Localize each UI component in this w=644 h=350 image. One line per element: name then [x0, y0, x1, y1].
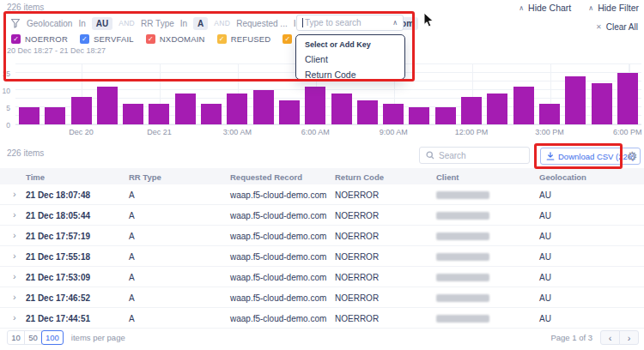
row-expand-chevron-icon[interactable]: › — [13, 251, 16, 261]
chart-bar — [253, 90, 274, 124]
x-tick-slot — [279, 128, 300, 136]
previous-page-button[interactable]: ‹ — [600, 330, 620, 345]
chevron-up-icon[interactable]: ∧ — [392, 19, 398, 27]
chart-bar — [201, 104, 222, 124]
text-caret — [302, 18, 303, 27]
cell-geolocation: AU — [539, 211, 551, 220]
cell-client-redacted — [436, 315, 489, 323]
table-row[interactable]: ›21 Dec 17:46:52Awaap.f5-cloud-demo.comN… — [0, 287, 644, 308]
cell-rr-type: A — [129, 252, 135, 262]
close-icon: ✕ — [596, 23, 602, 31]
x-axis-tick-label: 6:00 PM — [613, 128, 642, 136]
dropdown-option-return-code[interactable]: Return Code — [305, 69, 396, 80]
row-expand-chevron-icon[interactable]: › — [13, 313, 16, 323]
chart-bar — [357, 100, 378, 124]
filter-value-chip[interactable]: AU — [92, 17, 112, 30]
clear-all-label: Clear All — [606, 22, 638, 32]
clear-all-button[interactable]: ✕ Clear All — [596, 22, 638, 32]
chart-bar — [71, 97, 92, 124]
filter-key-label: Requested ... — [236, 19, 287, 28]
table-row[interactable]: ›21 Dec 17:57:19Awaap.f5-cloud-demo.comN… — [0, 226, 644, 246]
pager: Page 1 of 3 ‹ › — [550, 330, 639, 345]
filter-key-search-input[interactable] — [305, 18, 391, 27]
x-tick-slot — [435, 128, 456, 136]
cell-requested-record: waap.f5-cloud-demo.com — [230, 232, 326, 241]
row-expand-chevron-icon[interactable]: › — [13, 190, 16, 199]
filter-value-chip[interactable]: A — [193, 17, 208, 30]
page-size-button-100[interactable]: 100 — [41, 330, 64, 345]
row-expand-chevron-icon[interactable]: › — [13, 272, 16, 281]
x-tick-slot: 3:00 AM — [227, 128, 247, 136]
cell-requested-record: waap.f5-cloud-demo.com — [230, 293, 326, 303]
checkbox-checked-icon[interactable]: ✓ — [146, 34, 155, 44]
chevron-up-icon: ∧ — [588, 4, 593, 12]
dropdown-option-client[interactable]: Client — [305, 54, 396, 64]
cell-client-redacted — [436, 232, 489, 240]
table-items-count: 226 items — [7, 148, 44, 158]
filter-key-label: RR Type — [141, 19, 174, 28]
column-header-requested-record: Requested Record — [230, 172, 302, 182]
table-row[interactable]: ›21 Dec 17:53:09Awaap.f5-cloud-demo.comN… — [0, 267, 644, 287]
x-tick-slot — [487, 128, 507, 136]
cell-geolocation: AU — [539, 190, 551, 200]
table-row[interactable]: ›21 Dec 17:55:18Awaap.f5-cloud-demo.comN… — [0, 246, 644, 267]
y-axis-tick-label: 10 — [3, 87, 10, 95]
cell-time: 21 Dec 17:46:52 — [26, 293, 90, 303]
cell-time: 21 Dec 17:57:19 — [26, 232, 90, 241]
legend-checkbox-item[interactable]: ✓REFUSED — [217, 34, 271, 44]
search-icon — [426, 151, 434, 160]
cell-rr-type: A — [129, 273, 135, 282]
cell-geolocation: AU — [539, 232, 551, 241]
chart-bar — [123, 104, 143, 124]
row-expand-chevron-icon[interactable]: › — [13, 231, 16, 240]
download-csv-button[interactable]: Download CSV (226) — [540, 148, 641, 165]
x-tick-slot — [45, 128, 65, 136]
chart-x-axis: Dec 20Dec 213:00 AM6:00 AM9:00 AM12:00 P… — [15, 128, 641, 136]
table-row[interactable]: ›21 Dec 18:05:44Awaap.f5-cloud-demo.comN… — [0, 205, 644, 226]
next-page-button[interactable]: › — [619, 330, 639, 345]
cell-return-code: NOERROR — [335, 314, 379, 323]
row-expand-chevron-icon[interactable]: › — [13, 210, 16, 220]
row-expand-chevron-icon[interactable]: › — [13, 293, 16, 302]
x-tick-slot — [565, 128, 586, 136]
cell-geolocation: AU — [539, 252, 551, 262]
checkbox-checked-icon[interactable]: ✓ — [217, 34, 227, 44]
table-search-box[interactable] — [419, 147, 530, 164]
y-axis-tick-label: 5 — [6, 104, 10, 112]
legend-checkbox-item[interactable]: ✓SERVFAIL — [80, 34, 134, 44]
checkbox-checked-icon[interactable]: ✓ — [283, 34, 292, 44]
cell-time: 21 Dec 17:55:18 — [26, 252, 90, 262]
cell-rr-type: A — [129, 211, 135, 220]
y-axis-tick-label: 15 — [3, 69, 10, 78]
chart-view-toggles: ∧ Hide Chart ∧ Hide Filter — [519, 3, 639, 13]
table-row[interactable]: ›21 Dec 17:44:51Awaap.f5-cloud-demo.comN… — [0, 308, 644, 329]
table-row[interactable]: ›21 Dec 18:07:48Awaap.f5-cloud-demo.comN… — [0, 184, 644, 205]
x-tick-slot — [97, 128, 118, 136]
x-tick-slot: 3:00 PM — [539, 128, 560, 136]
hide-filter-label: Hide Filter — [598, 3, 639, 13]
legend-checkbox-item[interactable]: ✓NXDOMAIN — [146, 34, 205, 44]
hide-chart-button[interactable]: ∧ Hide Chart — [519, 3, 571, 13]
x-axis-tick-label: 12:00 PM — [455, 128, 489, 136]
x-tick-slot: Dec 20 — [71, 128, 92, 136]
chart-bar — [279, 100, 300, 124]
page-size-selector: 1050100items per page — [7, 330, 125, 345]
page-size-button-10[interactable]: 10 — [7, 330, 25, 345]
chart-bar — [409, 107, 429, 124]
filter-key-combobox[interactable]: ∧ — [296, 15, 404, 31]
filter-operator-label: In — [180, 19, 187, 28]
x-tick-slot: 6:00 PM — [617, 128, 638, 136]
chart-bar — [305, 87, 325, 124]
table-settings-button[interactable]: ⚙ — [627, 148, 638, 165]
checkbox-checked-icon[interactable]: ✓ — [11, 34, 21, 44]
legend-checkbox-item[interactable]: ✓NOERROR — [11, 34, 68, 44]
hide-filter-button[interactable]: ∧ Hide Filter — [588, 3, 639, 13]
cell-return-code: NOERROR — [335, 232, 379, 241]
cell-time: 21 Dec 18:07:48 — [26, 190, 90, 200]
checkbox-checked-icon[interactable]: ✓ — [80, 34, 89, 44]
page-size-button-50[interactable]: 50 — [24, 330, 42, 345]
x-tick-slot — [253, 128, 274, 136]
table-body: ›21 Dec 18:07:48Awaap.f5-cloud-demo.comN… — [0, 184, 644, 329]
table-search-input[interactable] — [439, 151, 523, 160]
x-axis-tick-label: 6:00 AM — [301, 128, 330, 136]
